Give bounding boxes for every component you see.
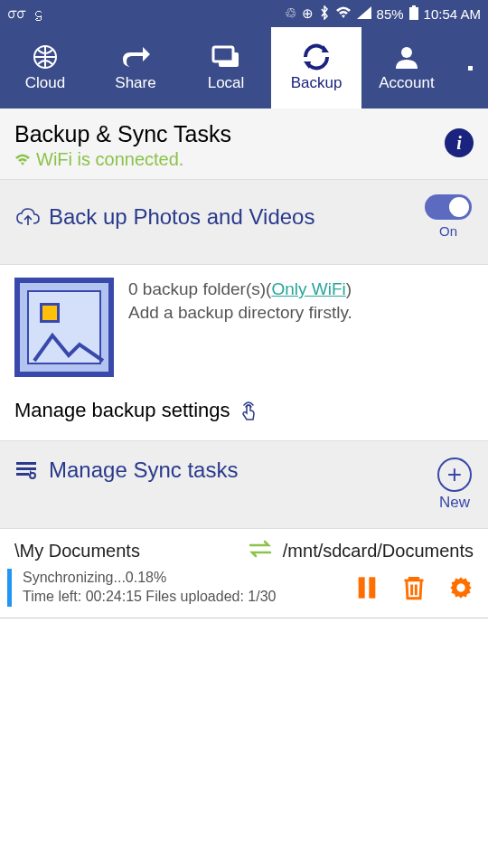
- sync-title-row: Manage Sync tasks: [16, 458, 238, 483]
- wifi-icon: [335, 6, 352, 22]
- wifi-small-icon: [14, 154, 31, 166]
- svg-rect-11: [369, 577, 375, 598]
- manage-backup-settings[interactable]: Manage backup settings: [14, 399, 474, 422]
- backup-toggle[interactable]: [425, 194, 472, 220]
- folder-info: 0 backup folder(s)(Only WiFi) Add a back…: [128, 278, 352, 377]
- svg-rect-1: [409, 7, 418, 20]
- main-tabbar: Cloud Share Local Backup Account: [0, 27, 488, 108]
- backup-toggle-label: On: [439, 223, 457, 239]
- delete-button[interactable]: [401, 575, 427, 600]
- only-wifi-link[interactable]: Only WiFi: [271, 279, 345, 298]
- tab-share[interactable]: Share: [90, 27, 181, 108]
- svg-point-9: [30, 473, 35, 478]
- tab-local-label: Local: [208, 74, 245, 92]
- info-button[interactable]: i: [445, 128, 474, 157]
- tap-hand-icon: [238, 400, 259, 421]
- tab-local[interactable]: Local: [181, 27, 271, 108]
- backup-title-row: Back up Photos and Videos: [16, 204, 314, 230]
- svg-rect-0: [412, 5, 416, 7]
- battery-icon: [409, 5, 418, 23]
- backup-body: 0 backup folder(s)(Only WiFi) Add a back…: [0, 265, 488, 440]
- overflow-menu[interactable]: [452, 27, 488, 108]
- task-source-path: \My Documents: [14, 541, 238, 561]
- sync-arrows-icon: [249, 538, 272, 563]
- folder-count-suffix: ): [346, 279, 352, 298]
- backup-hint: Add a backup directory firstly.: [128, 301, 352, 325]
- new-sync-task-button[interactable]: +: [437, 458, 472, 492]
- svg-rect-10: [359, 577, 365, 598]
- sync-status-icon: ဌ: [29, 6, 43, 22]
- sync-title: Manage Sync tasks: [49, 458, 238, 483]
- svg-point-5: [401, 47, 412, 58]
- task-dest-path: /mnt/sdcard/Documents: [283, 541, 474, 561]
- plus-circle-icon: ⊕: [302, 5, 314, 22]
- svg-rect-4: [213, 47, 233, 61]
- pause-button[interactable]: [354, 575, 380, 600]
- page-header: Backup & Sync Tasks WiFi is connected. i: [0, 108, 488, 179]
- tab-cloud-label: Cloud: [25, 74, 65, 92]
- wifi-status-text: WiFi is connected.: [36, 149, 183, 170]
- new-sync-task-label: New: [439, 494, 470, 512]
- backup-title: Back up Photos and Videos: [49, 204, 314, 230]
- tab-share-label: Share: [115, 74, 155, 92]
- manage-backup-label: Manage backup settings: [14, 399, 230, 422]
- wifi-status: WiFi is connected.: [14, 149, 231, 170]
- page-title: Backup & Sync Tasks: [14, 121, 231, 147]
- svg-rect-7: [16, 467, 36, 470]
- svg-rect-8: [16, 473, 29, 476]
- voicemail-icon: ൦൦: [7, 5, 25, 22]
- bluetooth-icon: [319, 5, 330, 23]
- battery-pct: 85%: [377, 6, 404, 22]
- photo-placeholder-icon: [14, 278, 114, 377]
- folder-count-prefix: 0 backup folder(s)(: [128, 279, 271, 298]
- tab-backup[interactable]: Backup: [271, 27, 361, 108]
- cloud-upload-icon: [16, 207, 40, 227]
- svg-rect-6: [16, 462, 36, 465]
- task-progress-line: Synchronizing...0.18%: [23, 569, 345, 588]
- clock: 10:54 AM: [424, 6, 481, 22]
- tab-account[interactable]: Account: [361, 27, 452, 108]
- tab-backup-label: Backup: [291, 74, 343, 92]
- settings-button[interactable]: [448, 575, 474, 600]
- tab-account-label: Account: [379, 74, 434, 92]
- tab-cloud[interactable]: Cloud: [0, 27, 90, 108]
- task-time-line: Time left: 00:24:15 Files uploaded: 1/30: [23, 588, 345, 607]
- android-status-bar: ൦൦ ဌ ♲ ⊕ 85% 10:54 AM: [0, 0, 488, 27]
- sync-task-item[interactable]: \My Documents /mnt/sdcard/Documents Sync…: [0, 529, 488, 618]
- backup-section-header: Back up Photos and Videos On: [0, 179, 488, 265]
- recycle-icon: ♲: [285, 5, 296, 22]
- task-active-indicator: [7, 569, 12, 607]
- sync-section-header: Manage Sync tasks + New: [0, 440, 488, 529]
- list-icon: [16, 460, 36, 480]
- signal-icon: [357, 6, 371, 22]
